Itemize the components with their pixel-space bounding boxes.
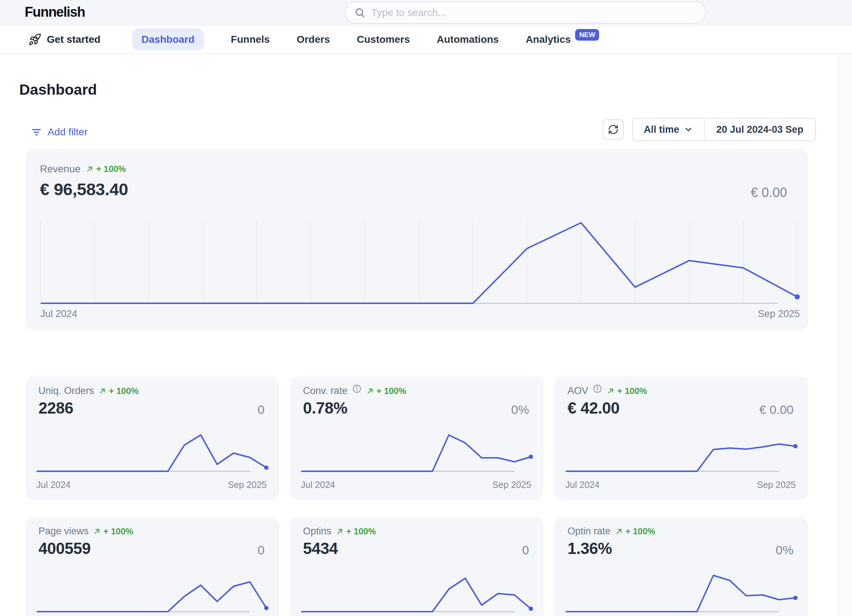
nav-item-label: Funnels — [231, 34, 270, 45]
metric-secondary-value: € 0.00 — [759, 403, 793, 417]
get-started-button[interactable]: Get started — [28, 33, 101, 46]
nav-item-label: Orders — [296, 34, 330, 45]
nav-item-label: Customers — [357, 34, 410, 45]
metric-change: + 100% — [377, 386, 406, 396]
new-badge: NEW — [575, 29, 599, 41]
metric-card-page-views: Page views + 100% 400559 0 Jul 2024 Sep … — [26, 517, 279, 616]
metric-card-header: Optin rate + 100% — [568, 526, 655, 537]
add-filter-label: Add filter — [48, 126, 88, 138]
top-bar: Funnelish — [0, 0, 852, 26]
metric-trend: + 100% — [93, 526, 133, 536]
dashboard-page: Funnelish Get started Dashboard Funnels … — [0, 0, 852, 616]
metric-card-conv-rate: Conv. rate + 100% 0.78% 0% Jul 2024 Sep … — [290, 377, 544, 500]
metric-change: + 100% — [346, 526, 376, 536]
nav-item-funnels[interactable]: Funnels — [231, 34, 270, 45]
search-bar[interactable] — [345, 2, 706, 24]
trend-up-icon — [366, 387, 374, 395]
metric-label: Uniq. Orders — [38, 385, 94, 397]
trend-up-icon — [93, 527, 101, 536]
revenue-trend: + 100% — [86, 164, 126, 174]
x-axis-start-label: Jul 2024 — [301, 480, 335, 490]
metric-value: 5434 — [303, 539, 338, 557]
rocket-icon — [28, 33, 41, 46]
sparkline-chart — [36, 430, 269, 474]
trend-up-icon — [615, 527, 623, 536]
revenue-x-axis: Jul 2024 Sep 2025 — [40, 308, 800, 320]
metric-secondary-value: 0 — [258, 403, 264, 417]
nav-item-analytics[interactable]: Analytics NEW — [526, 34, 600, 45]
metric-trend: + 100% — [335, 526, 376, 536]
metric-label: Optins — [303, 526, 331, 537]
metric-trend: + 100% — [98, 386, 139, 396]
metric-value: 1.36% — [568, 539, 612, 557]
metric-card-header: Page views + 100% — [38, 526, 133, 537]
sparkline-x-axis: Jul 2024 Sep 2025 — [301, 480, 531, 490]
revenue-card: Revenue + 100% € 96,583.40 € 0.00 Jul 20… — [26, 149, 808, 330]
content-right-divider — [838, 54, 839, 616]
revenue-secondary-value: € 0.00 — [751, 185, 787, 200]
x-axis-start-label: Jul 2024 — [565, 480, 600, 490]
nav-item-label: Automations — [437, 34, 499, 45]
chevron-down-icon — [684, 125, 693, 134]
nav-item-label: Analytics — [526, 34, 571, 45]
refresh-icon — [608, 124, 619, 135]
x-axis-start-label: Jul 2024 — [40, 308, 77, 320]
date-range-button[interactable]: 20 Jul 2024-03 Sep — [705, 119, 815, 140]
right-gutter — [839, 54, 852, 616]
metric-value: 400559 — [38, 539, 91, 557]
metric-trend: + 100% — [607, 386, 647, 396]
sparkline-x-axis: Jul 2024 Sep 2025 — [565, 480, 796, 490]
metric-card-header: Uniq. Orders + 100% — [38, 385, 139, 397]
nav-item-orders[interactable]: Orders — [296, 34, 330, 45]
brand-logo: Funnelish — [25, 5, 85, 20]
range-preset-label: All time — [644, 124, 679, 135]
trend-up-icon — [607, 387, 615, 395]
sparkline-chart — [36, 571, 269, 615]
search-icon — [354, 7, 366, 18]
metric-card-optins: Optins + 100% 5434 0 Jul 2024 Sep 2025 — [290, 517, 544, 616]
x-axis-end-label: Sep 2025 — [492, 480, 531, 490]
metric-card-uniq-orders: Uniq. Orders + 100% 2286 0 Jul 2024 Sep … — [26, 377, 279, 500]
nav-item-customers[interactable]: Customers — [357, 34, 410, 45]
metric-trend: + 100% — [615, 526, 655, 536]
add-filter-button[interactable]: Add filter — [31, 126, 88, 138]
info-icon[interactable] — [592, 384, 602, 394]
metric-card-header: Optins + 100% — [303, 526, 376, 537]
trend-up-icon — [86, 165, 94, 173]
range-preset-dropdown[interactable]: All time — [633, 119, 705, 140]
metric-change: + 100% — [625, 526, 655, 536]
revenue-value: € 96,583.40 — [40, 179, 128, 199]
metric-label: Conv. rate — [303, 385, 347, 397]
sparkline-chart — [301, 571, 533, 615]
sparkline-chart — [565, 430, 798, 474]
x-axis-end-label: Sep 2025 — [758, 308, 800, 320]
metric-value: 0.78% — [303, 399, 347, 417]
sparkline-chart — [301, 430, 533, 474]
metric-secondary-value: 0 — [258, 543, 264, 557]
metric-change: + 100% — [617, 386, 647, 396]
refresh-button[interactable] — [603, 119, 624, 140]
sparkline-chart — [565, 571, 798, 615]
revenue-card-header: Revenue + 100% — [40, 163, 126, 175]
nav-item-automations[interactable]: Automations — [437, 34, 499, 45]
nav-item-dashboard[interactable]: Dashboard — [132, 29, 204, 50]
revenue-change: + 100% — [96, 164, 126, 174]
metric-secondary-value: 0% — [511, 403, 529, 417]
metric-label: Optin rate — [568, 526, 611, 537]
search-input[interactable] — [371, 7, 697, 18]
trend-up-icon — [335, 527, 344, 536]
metric-cards-grid: Uniq. Orders + 100% 2286 0 Jul 2024 Sep … — [26, 377, 808, 616]
date-range-label: 20 Jul 2024-03 Sep — [716, 124, 804, 135]
date-range-control: All time 20 Jul 2024-03 Sep — [632, 118, 816, 141]
metric-card-optin-rate: Optin rate + 100% 1.36% 0% Jul 2024 Sep … — [554, 517, 808, 616]
x-axis-end-label: Sep 2025 — [228, 480, 267, 490]
filter-icon — [31, 127, 42, 138]
x-axis-start-label: Jul 2024 — [36, 480, 71, 490]
info-icon[interactable] — [352, 384, 362, 394]
revenue-label: Revenue — [40, 163, 80, 175]
get-started-label: Get started — [47, 34, 101, 45]
metric-card-aov: AOV + 100% € 42.00 € 0.00 Jul 2024 Sep 2… — [554, 377, 808, 500]
metric-label: Page views — [38, 526, 89, 537]
metric-value: 2286 — [38, 399, 73, 417]
nav-item-label: Dashboard — [142, 34, 195, 45]
